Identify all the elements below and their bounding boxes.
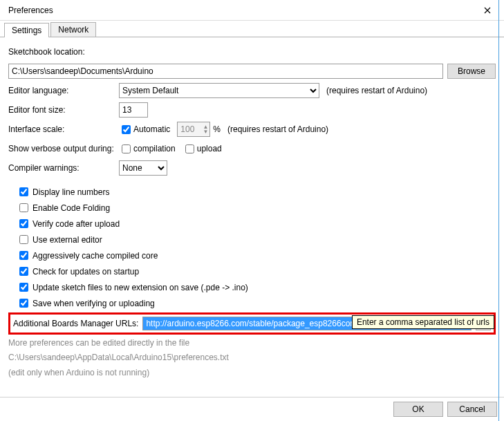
more-prefs-path: C:\Users\sandeep\AppData\Local\Arduino15… [8,352,496,364]
tab-settings[interactable]: Settings [4,23,49,37]
browse-button[interactable]: Browse [447,64,496,79]
fontsize-label: Editor font size: [8,105,119,115]
close-button[interactable] [474,1,501,20]
window-title: Preferences [8,6,53,15]
cancel-button[interactable]: Cancel [447,402,497,417]
tab-network[interactable]: Network [50,22,96,37]
fontsize-input[interactable] [119,102,148,118]
more-prefs-line1: More preferences can be edited directly … [8,337,496,349]
cb-cache-core-label: Aggressively cache compiled core [32,251,158,261]
scale-auto-label: Automatic [133,124,170,134]
boards-url-label: Additional Boards Manager URLs: [13,319,138,328]
verbose-compilation-checkbox[interactable] [122,144,131,153]
scale-hint: (requires restart of Arduino) [227,124,328,134]
cb-update-ext[interactable] [19,283,28,292]
settings-panel: Sketchbook location: Browse Editor langu… [0,37,504,387]
sketchbook-path-input[interactable] [8,64,443,79]
cb-check-updates[interactable] [19,267,28,276]
close-icon [484,7,491,14]
scale-spinner: 100 ▲▼ [177,122,210,137]
cb-check-updates-label: Check for updates on startup [32,267,139,277]
boards-url-tooltip: Enter a comma separated list of urls [352,315,494,329]
cb-line-numbers-label: Display line numbers [32,187,109,197]
cb-verify-upload[interactable] [19,219,28,228]
cb-save-verify-label: Save when verifying or uploading [32,299,155,308]
cb-external-editor[interactable] [19,235,28,244]
cb-external-editor-label: Use external editor [32,235,102,245]
warnings-label: Compiler warnings: [8,163,119,173]
spinner-arrows-icon: ▲▼ [203,124,209,134]
language-label: Editor language: [8,86,119,95]
scale-label: Interface scale: [8,124,119,134]
more-prefs-line3: (edit only when Arduino is not running) [8,367,496,379]
cb-verify-upload-label: Verify code after upload [32,219,120,229]
cb-save-verify[interactable] [19,299,28,308]
warnings-select[interactable]: None [119,160,167,176]
verbose-upload-label: upload [197,144,222,153]
cb-line-numbers[interactable] [19,187,28,196]
verbose-upload-checkbox[interactable] [185,144,194,153]
language-select[interactable]: System Default [119,83,319,98]
language-hint: (requires restart of Arduino) [326,86,427,95]
scale-auto-checkbox[interactable] [122,125,131,134]
title-bar: Preferences [0,0,504,21]
cb-code-folding-label: Enable Code Folding [32,203,110,213]
tab-bar: Settings Network [0,21,504,37]
cb-update-ext-label: Update sketch files to new extension on … [32,283,248,292]
scale-percent: % [213,124,221,134]
ok-button[interactable]: OK [393,402,443,417]
dialog-footer: OK Cancel [0,397,504,421]
verbose-compilation-label: compilation [133,144,176,153]
cb-cache-core[interactable] [19,251,28,260]
cb-code-folding[interactable] [19,203,28,212]
verbose-label: Show verbose output during: [8,144,119,153]
sketchbook-label: Sketchbook location: [8,47,85,57]
